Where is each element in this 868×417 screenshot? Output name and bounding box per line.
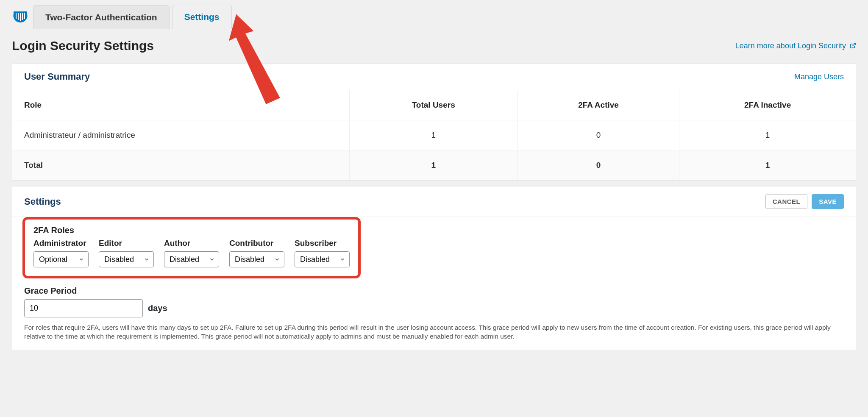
grace-help-text: For roles that require 2FA, users will h… [12,317,856,341]
grace-heading: Grace Period [24,286,856,296]
role-editor: Editor Disabled [99,239,154,267]
role-subscriber: Subscriber Disabled [295,239,350,267]
table-row: Total 1 0 1 [12,150,856,181]
tab-two-factor[interactable]: Two-Factor Authentication [33,5,170,29]
role-label: Administrator [33,239,89,248]
role-select-editor[interactable]: Disabled [99,251,154,267]
settings-panel: Settings CANCEL SAVE 2FA Roles Administr… [12,186,856,350]
cancel-button[interactable]: CANCEL [765,194,808,209]
col-role: Role [12,90,349,120]
table-row: Administrateur / administratrice 1 0 1 [12,120,856,150]
svg-line-6 [852,43,855,46]
role-label: Subscriber [295,239,350,248]
role-select-contributor[interactable]: Disabled [229,251,284,267]
role-label: Contributor [229,239,284,248]
grace-period-section: Grace Period days [12,282,856,317]
learn-more-link[interactable]: Learn more about Login Security [735,42,856,50]
col-total: Total Users [349,90,517,120]
col-inactive: 2FA Inactive [679,90,856,120]
role-select-administrator[interactable]: Optional [33,251,89,267]
user-summary-heading: User Summary [24,71,90,82]
external-link-icon [850,43,856,50]
wordfence-logo [12,8,29,25]
tab-settings[interactable]: Settings [172,5,232,29]
col-active: 2FA Active [517,90,679,120]
roles-grid: Administrator Optional Editor Disabled [33,239,350,267]
page-header: Login Security Settings Learn more about… [12,29,856,63]
roles-highlight-box: 2FA Roles Administrator Optional Editor … [22,217,361,278]
grace-unit-label: days [148,303,167,313]
role-contributor: Contributor Disabled [229,239,284,267]
roles-heading: 2FA Roles [33,225,350,235]
manage-users-link[interactable]: Manage Users [794,72,844,81]
grace-period-input[interactable] [24,299,143,317]
role-select-author[interactable]: Disabled [164,251,219,267]
settings-heading: Settings [24,196,61,207]
user-summary-panel: User Summary Manage Users Role Total Use… [12,63,856,181]
user-summary-table: Role Total Users 2FA Active 2FA Inactive… [12,90,856,181]
role-administrator: Administrator Optional [33,239,89,267]
role-label: Author [164,239,219,248]
role-select-subscriber[interactable]: Disabled [295,251,350,267]
learn-more-label: Learn more about Login Security [735,42,846,50]
page-title: Login Security Settings [12,39,154,53]
tabs-row: Two-Factor Authentication Settings [12,0,856,29]
role-label: Editor [99,239,154,248]
role-author: Author Disabled [164,239,219,267]
save-button[interactable]: SAVE [812,194,844,209]
